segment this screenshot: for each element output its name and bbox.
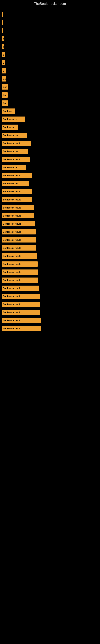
bar: Bottleneck result xyxy=(2,229,36,234)
bar-row: Bottleneck result xyxy=(2,324,98,332)
bar-label: Bottleneck resu xyxy=(3,182,19,185)
bar: Bottleneck resul xyxy=(2,157,30,162)
bar-row: Bottleneck result xyxy=(2,316,98,324)
bar-row: Bottleneck result xyxy=(2,268,98,276)
bar-label: B xyxy=(3,38,4,40)
bar-row: Bottleneck result xyxy=(2,284,98,292)
bar-label: B xyxy=(3,62,4,64)
bar-row: Bottleneck res xyxy=(2,148,98,155)
bar: Bottleneck result xyxy=(2,253,37,258)
bar-label: Bottleneck resul xyxy=(3,158,20,160)
bar-label: B xyxy=(3,70,4,72)
bar: B xyxy=(2,36,4,41)
bar-row: Bottleneck result xyxy=(2,236,98,244)
bar-row: Bottleneck resul xyxy=(2,156,98,163)
bar-label: B xyxy=(3,54,4,56)
bar-row: Bottleneck result xyxy=(2,252,98,260)
bar-row: B xyxy=(2,43,98,50)
bar-row: Bottleneck re xyxy=(2,115,98,123)
bar: Bottleneck xyxy=(2,124,18,130)
bar-row: Bottleneck result xyxy=(2,260,98,268)
bar xyxy=(2,20,3,25)
bar-row: B xyxy=(2,51,98,58)
bar-label: Bottleneck result xyxy=(3,319,21,322)
bar: Bottleneck resu xyxy=(2,181,29,186)
bar-row: Bott xyxy=(2,83,98,91)
bar-row: Bottleneck result xyxy=(2,276,98,284)
bar-label: Bottleneck result xyxy=(3,311,21,314)
bar: Bottleneck result xyxy=(2,318,41,323)
bar-label: Bottleneck xyxy=(3,126,14,128)
bar-row: Bottleneck result xyxy=(2,292,98,300)
bar-label: Bottleneck result xyxy=(3,295,21,298)
bar: B xyxy=(2,60,5,66)
bar: B xyxy=(2,52,5,57)
bar-label: Bottleneck result xyxy=(3,214,21,217)
bar: Bottleneck result xyxy=(2,294,40,299)
bar-label: Bottleneck result xyxy=(3,239,21,241)
bar-label: Bottleneck re xyxy=(3,166,17,169)
bar: Bottleneck result xyxy=(2,189,32,194)
bar: Bottleneck result xyxy=(2,310,40,315)
bar-label: Bottleneck result xyxy=(3,247,21,249)
bar: Bottleneck result xyxy=(2,302,40,307)
bar-row xyxy=(2,27,98,34)
bar: Bottleneck re xyxy=(2,116,25,122)
bar-label: Bottleneck result xyxy=(3,206,21,209)
bar-row: Bottleneck result xyxy=(2,308,98,316)
bar: Bottleneck re xyxy=(2,165,26,170)
bar-row: Bottleneck xyxy=(2,123,98,131)
bar-label: Bo xyxy=(3,94,6,96)
bar-label: Bottleneck result xyxy=(3,279,21,281)
bar-row: Bo xyxy=(2,91,98,99)
bar-label: Bottleneck res xyxy=(3,150,18,152)
bar-label: Bott xyxy=(3,102,7,104)
bar-label: Bo xyxy=(3,78,6,80)
bar-label: Bottleneck res xyxy=(3,134,18,136)
bar-label: Bott xyxy=(3,86,7,88)
bar-row: Bottleneck result xyxy=(2,300,98,308)
site-title: TheBottlenecker.com xyxy=(0,0,100,7)
bar: Bo xyxy=(2,92,8,98)
bar: B xyxy=(2,68,6,74)
bar-row: Bottleneck resu xyxy=(2,180,98,187)
bar-row: B xyxy=(2,59,98,66)
bar: Bottlene xyxy=(2,108,15,114)
bar: Bo xyxy=(2,76,6,82)
bar: Bott xyxy=(2,100,8,106)
bar-label: Bottleneck result xyxy=(3,190,21,193)
bar: Bottleneck result xyxy=(2,221,35,226)
bar-label: Bottleneck re xyxy=(3,118,17,120)
bar-label: Bottleneck result xyxy=(3,174,21,177)
bar-row: Bottleneck result xyxy=(2,212,98,220)
bar-row: Bottlene xyxy=(2,107,98,115)
bar-label: Bottleneck result xyxy=(3,231,21,233)
bar: Bottleneck result xyxy=(2,173,32,178)
bar: Bottleneck res xyxy=(2,132,27,138)
bar-row: Bottleneck result xyxy=(2,140,98,147)
bar-label: Bottleneck result xyxy=(3,263,21,265)
bar-label: B xyxy=(3,46,4,48)
bar: Bottleneck result xyxy=(2,270,38,275)
bar-row: B xyxy=(2,67,98,75)
bar: Bottleneck result xyxy=(2,262,38,267)
bar-row: Bottleneck result xyxy=(2,244,98,252)
bar-row: Bottleneck result xyxy=(2,196,98,204)
bar-row xyxy=(2,11,98,18)
bar: Bottleneck result xyxy=(2,237,36,242)
bar: Bottleneck result xyxy=(2,286,39,291)
bar-row: Bottleneck res xyxy=(2,132,98,139)
bar-row: Bottleneck re xyxy=(2,164,98,171)
bar-label: Bottleneck result xyxy=(3,303,21,306)
bar: Bottleneck result xyxy=(2,197,32,202)
bar-row xyxy=(2,19,98,26)
bar-row: Bott xyxy=(2,99,98,107)
bar-label: Bottlene xyxy=(3,110,12,112)
bar-label: Bottleneck result xyxy=(3,142,21,144)
bar-label: Bottleneck result xyxy=(3,327,21,330)
bar-row: Bottleneck result xyxy=(2,188,98,196)
bars-container: BBBBBBoBottBoBottBottleneBottleneck reBo… xyxy=(0,7,100,335)
bar-label: Bottleneck result xyxy=(3,198,21,201)
bar: Bottleneck result xyxy=(2,213,34,218)
bar-row: B xyxy=(2,35,98,42)
